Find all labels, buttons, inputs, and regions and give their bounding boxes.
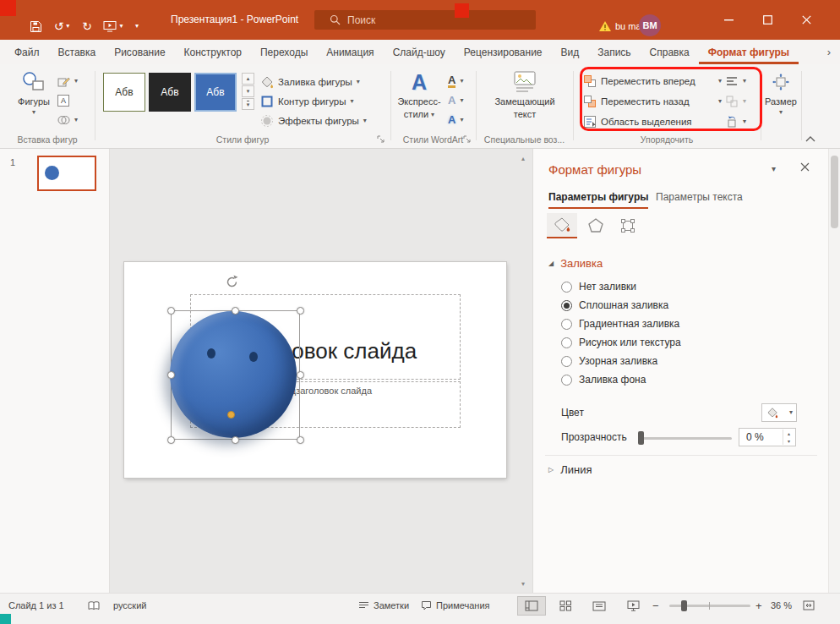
selection-pane-button[interactable]: Область выделения bbox=[583, 113, 722, 130]
radio-icon[interactable] bbox=[561, 337, 572, 348]
zoom-slider-knob[interactable] bbox=[681, 600, 687, 611]
dialog-launcher-icon[interactable] bbox=[463, 135, 472, 144]
radio-icon[interactable] bbox=[561, 356, 572, 367]
fill-line-tab-button[interactable] bbox=[547, 213, 577, 238]
tab-text-options[interactable]: Параметры текста bbox=[656, 191, 743, 203]
gallery-more-button[interactable]: ▾ bbox=[242, 98, 254, 110]
slide-sorter-button[interactable] bbox=[551, 596, 580, 616]
shape-effects-button[interactable]: Эффекты фигуры ▾ bbox=[260, 112, 367, 129]
text-fill-button[interactable]: А ▾ bbox=[448, 73, 463, 90]
fill-option-pattern[interactable]: Узорная заливка bbox=[561, 355, 657, 367]
tab-animations[interactable]: Анимация bbox=[317, 40, 383, 64]
shape-fill-button[interactable]: Заливка фигуры ▾ bbox=[260, 74, 360, 90]
bring-forward-button[interactable]: Переместить вперед ▾ bbox=[583, 73, 722, 90]
tab-transitions[interactable]: Переходы bbox=[251, 40, 317, 64]
text-outline-button[interactable]: А ▾ bbox=[448, 92, 463, 109]
selection-handle[interactable] bbox=[297, 307, 304, 315]
text-box-button[interactable]: А bbox=[57, 92, 69, 109]
radio-icon[interactable] bbox=[561, 319, 572, 330]
adjust-handle[interactable] bbox=[227, 411, 235, 419]
section-line[interactable]: ▷ Линия bbox=[548, 463, 592, 476]
tab-shape-options[interactable]: Параметры фигуры bbox=[548, 191, 648, 209]
ellipse-shape[interactable] bbox=[170, 311, 297, 438]
transparency-slider[interactable] bbox=[641, 437, 732, 440]
customize-qat-button[interactable]: ▾ bbox=[130, 18, 144, 35]
shape-outline-button[interactable]: Контур фигуры ▾ bbox=[260, 93, 353, 110]
minimize-button[interactable] bbox=[709, 0, 748, 40]
pane-close-button[interactable] bbox=[800, 162, 810, 172]
zoom-in-button[interactable]: + bbox=[755, 595, 762, 616]
slideshow-view-button[interactable] bbox=[619, 596, 647, 616]
fit-slide-button[interactable] bbox=[803, 595, 815, 616]
send-backward-button[interactable]: Переместить назад ▾ bbox=[583, 93, 722, 110]
size-properties-tab-button[interactable] bbox=[613, 213, 643, 238]
text-effects-button[interactable]: А ▾ bbox=[448, 112, 463, 129]
selection-handle[interactable] bbox=[297, 371, 304, 379]
selection-handle[interactable] bbox=[232, 307, 239, 315]
tab-design[interactable]: Конструктор bbox=[175, 40, 251, 64]
radio-icon[interactable] bbox=[561, 375, 572, 386]
transparency-spinbox[interactable]: 0 % ▴ ▾ bbox=[739, 428, 796, 446]
normal-view-button[interactable] bbox=[517, 596, 546, 616]
tab-draw[interactable]: Рисование bbox=[105, 40, 174, 64]
transparency-slider-knob[interactable] bbox=[638, 431, 644, 445]
fill-color-button[interactable]: ▾ bbox=[761, 403, 797, 422]
close-button[interactable] bbox=[787, 0, 826, 40]
tab-overflow-chevron-icon[interactable]: › bbox=[818, 40, 840, 64]
edit-shape-button[interactable]: ▾ bbox=[57, 73, 78, 90]
tab-file[interactable]: Файл bbox=[5, 40, 49, 64]
group-objects-button[interactable]: ▾ bbox=[725, 93, 746, 110]
gallery-down-button[interactable]: ▾ bbox=[242, 85, 254, 97]
selection-handle[interactable] bbox=[167, 371, 175, 379]
shapes-button[interactable]: Фигуры ▾ bbox=[14, 69, 54, 116]
fill-option-picture[interactable]: Рисунок или текстура bbox=[561, 337, 681, 348]
tab-record[interactable]: Запись bbox=[588, 40, 640, 64]
language-button[interactable]: русский bbox=[113, 595, 146, 616]
maximize-button[interactable] bbox=[748, 0, 787, 40]
alert-icon[interactable] bbox=[598, 20, 612, 32]
shape-style-1[interactable]: Абв bbox=[103, 73, 145, 112]
selection-handle[interactable] bbox=[232, 436, 239, 444]
gallery-up-button[interactable]: ▴ bbox=[242, 73, 254, 85]
dialog-launcher-icon[interactable] bbox=[377, 135, 385, 144]
radio-icon[interactable] bbox=[561, 282, 572, 293]
shape-style-3-selected[interactable]: Абв bbox=[194, 73, 237, 112]
notes-button[interactable]: Заметки bbox=[358, 595, 409, 616]
fill-option-solid[interactable]: Сплошная заливка bbox=[561, 299, 668, 311]
tab-insert[interactable]: Вставка bbox=[49, 40, 106, 64]
undo-button[interactable]: ↺ ▾ bbox=[49, 18, 74, 35]
quick-styles-button[interactable]: А Экспресс- стили ▾ bbox=[395, 69, 443, 120]
comments-button[interactable]: Примечания bbox=[421, 595, 490, 616]
search-box[interactable]: Поиск bbox=[314, 10, 536, 30]
slide[interactable]: Заголовок слайда Подзаголовок слайда bbox=[124, 262, 506, 478]
selection-handle[interactable] bbox=[167, 436, 175, 444]
fill-option-none[interactable]: Нет заливки bbox=[561, 281, 636, 293]
align-button[interactable]: ▾ bbox=[725, 73, 746, 90]
spin-down-icon[interactable]: ▾ bbox=[788, 438, 790, 444]
radio-selected-icon[interactable] bbox=[561, 300, 572, 311]
avatar[interactable]: BM bbox=[639, 14, 661, 36]
size-button[interactable]: Размер ▾ bbox=[762, 69, 799, 116]
shape-style-2[interactable]: Абв bbox=[149, 73, 191, 112]
tab-slideshow[interactable]: Слайд-шоу bbox=[384, 40, 455, 64]
tab-shape-format[interactable]: Формат фигуры bbox=[699, 40, 799, 64]
fill-option-gradient[interactable]: Градиентная заливка bbox=[561, 318, 679, 330]
save-button[interactable] bbox=[25, 18, 46, 35]
alt-text-button[interactable]: Замещающий текст bbox=[494, 69, 555, 120]
reading-view-button[interactable] bbox=[585, 596, 614, 616]
slide-thumbnail[interactable] bbox=[37, 156, 96, 191]
zoom-out-button[interactable]: − bbox=[652, 595, 659, 616]
start-slideshow-button[interactable]: ▾ bbox=[100, 18, 127, 35]
scrollbar-thumb[interactable] bbox=[831, 156, 838, 228]
pane-options-caret-icon[interactable]: ▾ bbox=[772, 164, 776, 173]
fill-option-background[interactable]: Заливка фона bbox=[561, 374, 646, 386]
redo-button[interactable]: ↻ bbox=[78, 18, 96, 35]
proofing-button[interactable] bbox=[88, 595, 100, 616]
effects-tab-button[interactable] bbox=[581, 213, 611, 238]
tab-help[interactable]: Справка bbox=[641, 40, 699, 64]
tab-view[interactable]: Вид bbox=[552, 40, 589, 64]
tab-review[interactable]: Рецензирование bbox=[455, 40, 552, 64]
scroll-down-button[interactable]: ▾ bbox=[517, 577, 529, 589]
merge-shapes-button[interactable]: ▾ bbox=[57, 112, 78, 129]
collapse-ribbon-button[interactable] bbox=[803, 133, 818, 145]
